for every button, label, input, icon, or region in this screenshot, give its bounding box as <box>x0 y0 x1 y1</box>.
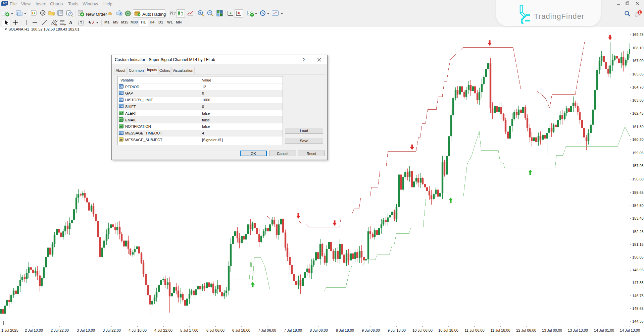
svg-text:2 Jul 10:00: 2 Jul 10:00 <box>25 328 43 332</box>
svg-text:10 Jul 06:00: 10 Jul 06:00 <box>412 328 433 332</box>
svg-text:5 Jul 17:00: 5 Jul 17:00 <box>180 328 198 332</box>
svg-text:7 Jul 06:00: 7 Jul 06:00 <box>258 328 276 332</box>
svg-text:9 Jul 18:00: 9 Jul 18:00 <box>388 328 406 332</box>
svg-text:168.10: 168.10 <box>632 46 644 50</box>
svg-text:F: F <box>64 23 66 26</box>
svg-text:T: T <box>80 21 82 25</box>
svg-text:144.55: 144.55 <box>632 319 644 323</box>
svg-text:12 Jul 06:00: 12 Jul 06:00 <box>516 328 536 332</box>
svg-text:165.85: 165.85 <box>632 72 644 76</box>
svg-text:10 Jul 18:00: 10 Jul 18:00 <box>438 328 458 332</box>
svg-text:153.40: 153.40 <box>632 216 644 220</box>
svg-text:155.65: 155.65 <box>632 190 644 194</box>
svg-text:150.05: 150.05 <box>632 255 644 259</box>
svg-text:6 Jul 06:00: 6 Jul 06:00 <box>206 328 225 332</box>
svg-text:1 Jul 2025: 1 Jul 2025 <box>1 328 18 332</box>
svg-text:159.05: 159.05 <box>632 151 644 155</box>
svg-text:11 Jul 18:00: 11 Jul 18:00 <box>490 328 510 332</box>
svg-text:3 Jul 22:00: 3 Jul 22:00 <box>103 328 121 332</box>
svg-text:2 Jul 22:00: 2 Jul 22:00 <box>51 328 69 332</box>
svg-text:3 Jul 10:00: 3 Jul 10:00 <box>77 328 95 332</box>
svg-text:11 Jul 06:00: 11 Jul 06:00 <box>464 328 484 332</box>
svg-text:8 Jul 18:00: 8 Jul 18:00 <box>336 328 354 332</box>
svg-text:14 Jul 01:00: 14 Jul 01:00 <box>594 328 614 332</box>
svg-text:14 Jul 13:00: 14 Jul 13:00 <box>620 328 640 332</box>
svg-text:6 Jul 18:00: 6 Jul 18:00 <box>232 328 250 332</box>
svg-text:13 Jul 13:00: 13 Jul 13:00 <box>568 328 588 332</box>
svg-text:9 Jul 06:00: 9 Jul 06:00 <box>362 328 380 332</box>
svg-text:162.45: 162.45 <box>632 111 644 115</box>
svg-text:13 Jul 00:00: 13 Jul 00:00 <box>542 328 562 332</box>
svg-text:169.25: 169.25 <box>632 33 644 37</box>
svg-text:156.80: 156.80 <box>632 177 644 181</box>
svg-text:146.75: 146.75 <box>632 294 644 298</box>
svg-text:7 Jul 18:00: 7 Jul 18:00 <box>284 328 302 332</box>
svg-text:161.30: 161.30 <box>632 125 644 129</box>
svg-text:154.50: 154.50 <box>632 204 644 208</box>
svg-text:164.70: 164.70 <box>632 85 644 89</box>
svg-text:4 Jul 10:00: 4 Jul 10:00 <box>129 328 147 332</box>
svg-text:167.00: 167.00 <box>632 59 644 63</box>
svg-text:152.25: 152.25 <box>632 230 644 234</box>
svg-text:145.65: 145.65 <box>632 307 644 311</box>
svg-text:163.60: 163.60 <box>632 98 644 102</box>
svg-text:148.95: 148.95 <box>632 268 644 272</box>
svg-text:4 Jul 22:00: 4 Jul 22:00 <box>154 328 172 332</box>
svg-text:160.20: 160.20 <box>632 137 644 142</box>
svg-text:1: 1 <box>639 11 641 14</box>
svg-text:SOLANA,H1 180.52 182.50 180.4: SOLANA,H1 180.52 182.50 180.43 182.01 <box>8 27 80 31</box>
svg-text:151.15: 151.15 <box>632 242 644 246</box>
svg-text:157.95: 157.95 <box>632 164 644 168</box>
svg-text:147.85: 147.85 <box>632 281 644 285</box>
svg-text:E: E <box>55 23 57 26</box>
svg-text:8 Jul 06:00: 8 Jul 06:00 <box>310 328 328 332</box>
